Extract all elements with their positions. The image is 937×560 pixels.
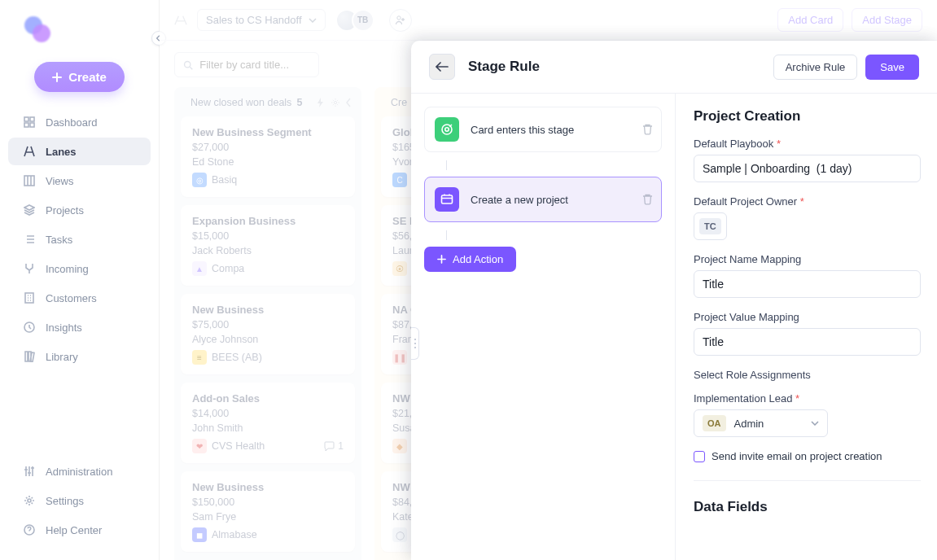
sidebar-item-label: Library bbox=[46, 351, 78, 363]
delete-icon[interactable] bbox=[642, 194, 653, 205]
stage-rule-panel: Stage Rule Archive Rule Save Card enters… bbox=[411, 41, 937, 560]
sidebar-item-label: Settings bbox=[46, 495, 84, 507]
svg-point-7 bbox=[28, 499, 31, 502]
nav-main: DashboardLanesViewsProjectsTasksIncoming… bbox=[3, 107, 155, 372]
stack-icon bbox=[23, 203, 36, 217]
svg-rect-2 bbox=[24, 123, 28, 127]
trigger-card-enters[interactable]: Card enters this stage bbox=[424, 107, 662, 152]
sidebar-item-label: Customers bbox=[46, 292, 97, 304]
playbook-input[interactable] bbox=[694, 155, 921, 182]
rule-form: Project Creation Default Playbook Defaul… bbox=[676, 94, 937, 560]
sidebar-item-label: Tasks bbox=[46, 234, 72, 246]
delete-icon[interactable] bbox=[642, 124, 653, 135]
section-data-fields: Data Fields bbox=[694, 499, 921, 515]
value-map-label: Project Value Mapping bbox=[694, 311, 921, 323]
section-project-creation: Project Creation bbox=[694, 108, 921, 125]
rule-builder: Card enters this stageCreate a new proje… bbox=[411, 94, 676, 560]
divider bbox=[694, 480, 921, 481]
sidebar-item-label: Dashboard bbox=[46, 116, 98, 129]
grid-icon bbox=[23, 116, 36, 129]
create-button[interactable]: Create bbox=[34, 62, 125, 92]
sidebar-item-dashboard[interactable]: Dashboard bbox=[8, 108, 151, 136]
svg-rect-14 bbox=[442, 195, 453, 203]
sidebar-item-views[interactable]: Views bbox=[8, 167, 151, 195]
sidebar-item-projects[interactable]: Projects bbox=[8, 196, 151, 224]
sidebar-item-label: Help Center bbox=[46, 524, 102, 536]
add-action-button[interactable]: Add Action bbox=[424, 247, 516, 272]
svg-rect-0 bbox=[24, 117, 28, 121]
lanes-icon bbox=[23, 145, 36, 158]
sliders-icon bbox=[23, 465, 36, 478]
owner-label: Default Project Owner bbox=[694, 195, 921, 208]
sidebar-item-label: Administration bbox=[46, 466, 112, 478]
connector bbox=[446, 230, 447, 240]
books-icon bbox=[23, 350, 36, 363]
name-map-label: Project Name Mapping bbox=[694, 253, 921, 265]
sidebar-item-insights[interactable]: Insights bbox=[8, 313, 151, 341]
playbook-label: Default Playbook bbox=[694, 138, 921, 150]
impl-lead-value: Admin bbox=[734, 418, 764, 430]
panel-title: Stage Rule bbox=[468, 59, 540, 75]
target-icon bbox=[435, 117, 459, 142]
sidebar-item-tasks[interactable]: Tasks bbox=[8, 225, 151, 253]
sidebar-item-label: Lanes bbox=[46, 146, 77, 158]
svg-point-13 bbox=[445, 128, 449, 131]
role-section-label: Select Role Assignments bbox=[694, 369, 921, 381]
invite-checkbox-row[interactable]: Send invite email on project creation bbox=[694, 450, 921, 462]
sidebar-item-library[interactable]: Library bbox=[8, 343, 151, 370]
sidebar-item-label: Incoming bbox=[46, 263, 89, 275]
sidebar: Create DashboardLanesViewsProjectsTasksI… bbox=[0, 0, 160, 560]
sidebar-item-label: Insights bbox=[46, 322, 82, 334]
owner-select[interactable]: TC bbox=[694, 212, 727, 240]
merge-icon bbox=[23, 262, 36, 275]
create-button-label: Create bbox=[68, 70, 107, 84]
impl-lead-select[interactable]: OA Admin bbox=[694, 409, 828, 437]
panel-header: Stage Rule Archive Rule Save bbox=[411, 41, 937, 94]
svg-rect-4 bbox=[24, 176, 34, 186]
sidebar-item-settings[interactable]: Settings bbox=[8, 487, 151, 514]
impl-lead-label: Implementation Lead bbox=[694, 392, 921, 405]
back-button[interactable] bbox=[429, 54, 455, 80]
sidebar-item-incoming[interactable]: Incoming bbox=[8, 255, 151, 282]
sidebar-item-help-center[interactable]: Help Center bbox=[8, 516, 151, 544]
add-action-label: Add Action bbox=[453, 253, 503, 265]
building-icon bbox=[23, 291, 36, 304]
name-map-input[interactable] bbox=[694, 270, 921, 298]
owner-initials: TC bbox=[699, 218, 721, 234]
svg-rect-3 bbox=[30, 123, 34, 127]
columns-icon bbox=[23, 174, 36, 187]
clock-icon bbox=[23, 321, 36, 334]
project-icon bbox=[435, 187, 459, 212]
trigger-label: Create a new project bbox=[471, 194, 568, 206]
gear-icon bbox=[23, 494, 36, 507]
trigger-label: Card enters this stage bbox=[471, 124, 574, 136]
sidebar-item-administration[interactable]: Administration bbox=[8, 457, 151, 485]
action-create-project[interactable]: Create a new project bbox=[424, 177, 662, 222]
svg-point-16 bbox=[414, 343, 416, 344]
sidebar-item-label: Views bbox=[46, 175, 73, 187]
nav-bottom: AdministrationSettingsHelp Center bbox=[3, 456, 155, 560]
invite-label: Send invite email on project creation bbox=[712, 450, 882, 462]
list-icon bbox=[23, 233, 36, 246]
save-button[interactable]: Save bbox=[865, 55, 919, 80]
chevron-down-icon bbox=[811, 421, 819, 426]
archive-rule-button[interactable]: Archive Rule bbox=[773, 55, 858, 80]
svg-rect-1 bbox=[30, 117, 34, 121]
sidebar-item-lanes[interactable]: Lanes bbox=[8, 138, 151, 165]
sidebar-item-label: Projects bbox=[46, 204, 84, 217]
app-logo bbox=[24, 16, 54, 46]
svg-rect-5 bbox=[25, 293, 33, 303]
value-map-input[interactable] bbox=[694, 328, 921, 356]
checkbox-icon bbox=[694, 451, 705, 462]
connector bbox=[446, 160, 447, 170]
panel-resize-handle[interactable] bbox=[411, 327, 419, 360]
impl-lead-initials: OA bbox=[703, 415, 726, 431]
svg-point-15 bbox=[414, 339, 416, 340]
help-icon bbox=[23, 523, 36, 536]
svg-point-17 bbox=[414, 347, 416, 348]
main-area: Sales to CS Handoff TB Add Card Add Stag… bbox=[160, 0, 937, 560]
sidebar-item-customers[interactable]: Customers bbox=[8, 284, 151, 312]
